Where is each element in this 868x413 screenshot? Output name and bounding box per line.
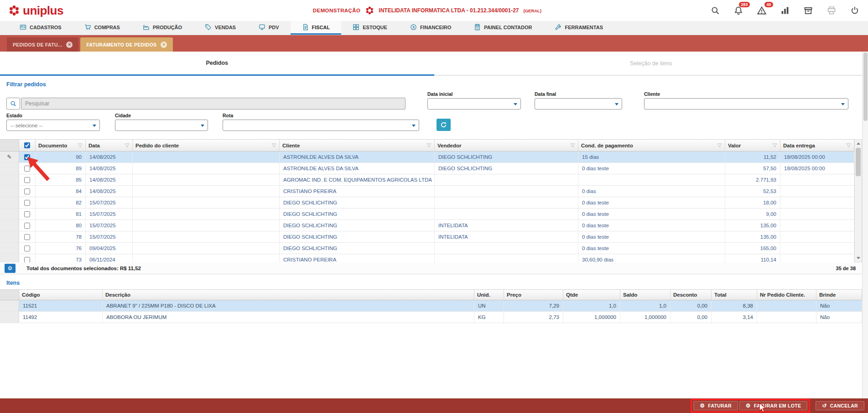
cell-documento: 85 xyxy=(36,174,86,185)
item-row[interactable]: 11492 ABOBORA OU JERIMUM KG 2,73 1,00000… xyxy=(0,312,862,323)
flower-logo-icon xyxy=(8,5,20,16)
row-checkbox[interactable] xyxy=(24,223,30,229)
menu-compras[interactable]: COMPRAS xyxy=(73,21,131,35)
menu-producao[interactable]: PRODUÇÃO xyxy=(131,21,193,35)
select-all-checkbox[interactable] xyxy=(24,142,30,148)
column-header-data-entrega[interactable]: Data entrega xyxy=(780,140,854,151)
menu-fiscal[interactable]: FISCAL xyxy=(291,21,342,35)
close-tab-icon[interactable]: × xyxy=(161,42,167,48)
table-settings-gear-button[interactable]: ⚙ xyxy=(5,264,16,273)
column-header-vendedor[interactable]: Vendedor xyxy=(435,140,578,151)
column-header-cond-pagamento[interactable]: Cond. de pagamento xyxy=(578,140,725,151)
column-header-cliente[interactable]: Cliente xyxy=(280,140,435,151)
menu-label: FERRAMENTAS xyxy=(565,25,603,30)
scrollbar-thumb[interactable] xyxy=(856,148,861,176)
refresh-button[interactable] xyxy=(437,119,451,131)
filter-funnel-icon[interactable] xyxy=(426,143,431,148)
page-scrollbar-thumb[interactable] xyxy=(863,52,868,121)
row-checkbox[interactable] xyxy=(24,166,30,172)
order-row[interactable]: ✎ 85 14/08/2025 AGROMAC IND. E COM. EQUI… xyxy=(0,174,854,186)
row-checkbox[interactable] xyxy=(24,188,30,194)
row-checkbox[interactable] xyxy=(24,211,30,217)
order-row[interactable]: ✎ 84 14/08/2025 CRISTIANO PEREIRA 0 dias… xyxy=(0,186,854,197)
menu-ferramentas[interactable]: FERRAMENTAS xyxy=(543,21,614,35)
scroll-down-arrow[interactable] xyxy=(855,255,862,261)
notifications-bell-icon[interactable]: 283 xyxy=(733,5,743,16)
view-tab-selecao-de-itens[interactable]: Seleção de itens xyxy=(434,52,868,76)
power-icon[interactable] xyxy=(850,5,860,16)
row-checkbox[interactable] xyxy=(24,154,30,160)
cell-qtde: 1,0 xyxy=(563,300,620,311)
page-vertical-scrollbar[interactable] xyxy=(862,52,868,398)
view-tab-pedidos[interactable]: Pedidos xyxy=(0,52,434,76)
filter-funnel-icon[interactable] xyxy=(125,143,130,148)
column-header-desconto[interactable]: Desconto xyxy=(670,290,712,300)
filter-funnel-icon[interactable] xyxy=(271,143,276,148)
data-inicial-dropdown[interactable] xyxy=(427,98,521,110)
search-input[interactable] xyxy=(21,98,405,110)
column-header-codigo[interactable]: Código xyxy=(19,290,103,300)
column-header-descricao[interactable]: Descrição xyxy=(103,290,474,300)
menu-financeiro[interactable]: $ FINANCEIRO xyxy=(399,21,463,35)
filter-funnel-icon[interactable] xyxy=(772,143,777,148)
column-header-brinde[interactable]: Brinde xyxy=(816,290,862,300)
order-row[interactable]: ✎ 73 06/11/2024 CRISTIANO PEREIRA 30,60,… xyxy=(0,254,854,262)
cell-valor: 2.771,93 xyxy=(725,174,780,185)
estado-dropdown[interactable]: -- selecione -- xyxy=(6,120,100,131)
filter-funnel-icon[interactable] xyxy=(78,143,83,148)
column-header-saldo[interactable]: Saldo xyxy=(620,290,670,300)
menu-vendas[interactable]: VENDAS xyxy=(193,21,247,35)
order-row[interactable]: ✎ 90 14/08/2025 ASTRONILDE ALVES DA SILV… xyxy=(0,152,854,163)
menu-estoque[interactable]: ESTOQUE xyxy=(341,21,399,35)
search-button[interactable] xyxy=(6,98,20,110)
cell-vendedor xyxy=(435,209,578,220)
faturar-em-lote-button[interactable]: ⚙ FATURAR EM LOTE xyxy=(739,401,808,410)
column-header-total[interactable]: Total xyxy=(712,290,757,300)
search-icon[interactable] xyxy=(710,5,720,16)
alerts-warning-icon[interactable]: 40 xyxy=(757,5,767,16)
pallet-grid-icon xyxy=(353,24,359,31)
column-header-valor[interactable]: Valor xyxy=(725,140,780,151)
column-header-nr-pedido-cliente[interactable]: Nr Pedido Cliente. xyxy=(757,290,816,300)
filter-row-1: Data inicial Data final Cliente xyxy=(6,91,856,110)
cancelar-button[interactable]: ↺ CANCELAR xyxy=(816,401,864,410)
order-row[interactable]: ✎ 80 15/07/2025 DIEGO SCHLICHTING INTELI… xyxy=(0,220,854,231)
menu-cadastros[interactable]: CADASTROS xyxy=(8,21,73,35)
column-header-documento[interactable]: Documento xyxy=(36,140,86,151)
column-header-data[interactable]: Data xyxy=(86,140,133,151)
menu-painel-contador[interactable]: PAINEL CONTADOR xyxy=(463,21,543,35)
order-row[interactable]: ✎ 78 15/07/2025 DIEGO SCHLICHTING INTELI… xyxy=(0,231,854,243)
column-header-preco[interactable]: Preço xyxy=(504,290,563,300)
order-row[interactable]: ✎ 81 15/07/2025 DIEGO SCHLICHTING 0 dias… xyxy=(0,209,854,220)
rota-dropdown[interactable] xyxy=(223,120,419,131)
archive-box-icon[interactable] xyxy=(803,5,813,16)
row-checkbox[interactable] xyxy=(24,200,30,206)
row-checkbox[interactable] xyxy=(24,246,30,251)
statistics-chart-icon[interactable] xyxy=(780,5,790,16)
filter-funnel-icon[interactable] xyxy=(717,143,722,148)
column-header-pedido-do-cliente[interactable]: Pedido do cliente xyxy=(133,140,280,151)
order-row[interactable]: ✎ 89 14/08/2025 ASTRONILDE ALVES DA SILV… xyxy=(0,163,854,174)
filter-funnel-icon[interactable] xyxy=(570,143,575,148)
tab-pedidos-de-faturamento[interactable]: PEDIDOS DE FATU... × xyxy=(7,37,78,52)
printer-icon[interactable] xyxy=(826,5,837,16)
close-tab-icon[interactable]: × xyxy=(66,42,73,48)
orders-vertical-scrollbar[interactable] xyxy=(854,139,862,262)
row-checkbox[interactable] xyxy=(24,234,30,240)
row-checkbox[interactable] xyxy=(24,257,30,263)
data-final-dropdown[interactable] xyxy=(535,98,622,110)
cell-data: 15/07/2025 xyxy=(86,197,133,208)
faturar-button[interactable]: ⚙ FATURAR xyxy=(693,401,738,410)
cidade-dropdown[interactable] xyxy=(115,120,208,131)
menu-pdv[interactable]: PDV xyxy=(247,21,291,35)
filter-funnel-icon[interactable] xyxy=(846,143,851,148)
order-row[interactable]: ✎ 82 15/07/2025 DIEGO SCHLICHTING 0 dias… xyxy=(0,197,854,209)
row-checkbox[interactable] xyxy=(24,177,30,183)
scroll-up-arrow[interactable] xyxy=(855,140,862,147)
cliente-dropdown[interactable] xyxy=(644,98,848,110)
item-row[interactable]: 11521 ABRANET 9" / 225MM P180 - DISCO DE… xyxy=(0,300,862,312)
order-row[interactable]: ✎ 76 09/04/2025 DIEGO SCHLICHTING 0 dias… xyxy=(0,243,854,254)
tab-faturamento-de-pedidos[interactable]: FATURAMENTO DE PEDIDOS × xyxy=(80,37,173,52)
column-header-unid[interactable]: Unid. xyxy=(474,290,504,300)
column-header-qtde[interactable]: Qtde xyxy=(563,290,620,300)
